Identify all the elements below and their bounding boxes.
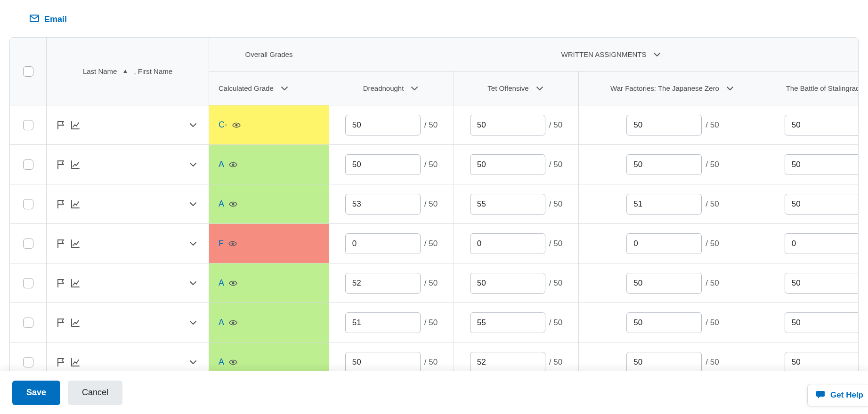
score-input[interactable]: [785, 273, 859, 294]
table-row: A/ 50/ 50/ 50/ 50: [10, 184, 859, 224]
score-input[interactable]: [345, 154, 421, 175]
flag-icon[interactable]: [55, 238, 67, 250]
chat-icon: [815, 389, 826, 402]
score-input[interactable]: [785, 312, 859, 333]
flag-icon[interactable]: [55, 317, 67, 329]
row-checkbox[interactable]: [23, 278, 33, 288]
table-row: C-/ 50/ 50/ 50/ 50: [10, 105, 859, 145]
score-denominator: / 50: [424, 279, 438, 288]
chart-icon[interactable]: [69, 277, 81, 289]
get-help-button[interactable]: Get Help: [807, 384, 868, 406]
row-checkbox[interactable]: [23, 199, 33, 209]
score-input[interactable]: [470, 352, 545, 373]
row-checkbox[interactable]: [23, 318, 33, 328]
row-menu-button[interactable]: [188, 120, 198, 130]
save-button[interactable]: Save: [12, 381, 60, 405]
name-column-header[interactable]: Last Name , First Name: [47, 38, 209, 105]
row-menu-button[interactable]: [188, 239, 198, 249]
row-checkbox[interactable]: [23, 357, 33, 367]
score-denominator: / 50: [424, 239, 438, 248]
calculated-grade-cell[interactable]: F: [209, 224, 329, 263]
score-input[interactable]: [345, 194, 421, 215]
score-input[interactable]: [470, 115, 545, 135]
row-checkbox[interactable]: [23, 120, 33, 130]
score-denominator: / 50: [549, 279, 562, 288]
score-denominator: / 50: [549, 160, 562, 169]
calculated-grade-cell[interactable]: A: [209, 145, 329, 184]
score-input[interactable]: [345, 115, 421, 135]
score-input[interactable]: [470, 233, 545, 254]
assignment-header[interactable]: Dreadnought: [329, 72, 454, 105]
row-menu-button[interactable]: [188, 159, 198, 170]
email-link[interactable]: Email: [29, 13, 67, 26]
score-denominator: / 50: [549, 239, 562, 248]
score-input[interactable]: [626, 312, 702, 333]
chart-icon[interactable]: [69, 356, 81, 368]
score-denominator: / 50: [706, 160, 719, 169]
score-input[interactable]: [470, 273, 545, 294]
score-input[interactable]: [785, 233, 859, 254]
flag-icon[interactable]: [55, 159, 67, 171]
chart-icon[interactable]: [69, 198, 81, 210]
calculated-grade-cell[interactable]: A: [209, 184, 329, 223]
grades-table: Last Name , First Name Overall Grades WR…: [9, 37, 859, 414]
score-input[interactable]: [785, 154, 859, 175]
assignment-header[interactable]: Tet Offensive: [454, 72, 578, 105]
calculated-grade-cell[interactable]: A: [209, 263, 329, 303]
calculated-grade-label: Calculated Grade: [219, 84, 274, 92]
chevron-down-icon: [409, 83, 420, 94]
cancel-button[interactable]: Cancel: [68, 381, 122, 405]
calculated-grade-header[interactable]: Calculated Grade: [209, 72, 329, 105]
score-denominator: / 50: [424, 160, 438, 169]
score-input[interactable]: [626, 194, 702, 215]
eye-icon: [229, 318, 237, 327]
name-col-lastname: Last Name: [83, 67, 117, 75]
flag-icon[interactable]: [55, 277, 67, 289]
row-menu-button[interactable]: [188, 318, 198, 328]
score-input[interactable]: [345, 233, 421, 254]
mail-icon: [29, 13, 40, 26]
select-all-checkbox[interactable]: [23, 66, 33, 77]
chevron-down-icon: [725, 83, 735, 94]
flag-icon[interactable]: [55, 356, 67, 368]
score-denominator: / 50: [549, 318, 562, 327]
score-input[interactable]: [470, 154, 545, 175]
score-input[interactable]: [626, 154, 702, 175]
assignment-header[interactable]: War Factories: The Japanese Zero: [579, 72, 767, 105]
row-checkbox[interactable]: [23, 239, 33, 249]
score-input[interactable]: [626, 273, 702, 294]
row-menu-button[interactable]: [188, 199, 198, 209]
footer-bar: Save Cancel: [0, 371, 868, 414]
score-input[interactable]: [626, 352, 702, 373]
row-menu-button[interactable]: [188, 278, 198, 288]
name-col-firstname: , First Name: [134, 67, 172, 75]
score-input[interactable]: [470, 194, 545, 215]
row-menu-button[interactable]: [188, 357, 198, 367]
score-denominator: / 50: [424, 318, 438, 327]
chart-icon[interactable]: [69, 159, 81, 171]
score-input[interactable]: [345, 312, 421, 333]
score-denominator: / 50: [424, 358, 438, 367]
row-checkbox[interactable]: [23, 159, 33, 170]
score-input[interactable]: [785, 352, 859, 373]
calculated-grade-cell[interactable]: A: [209, 303, 329, 342]
score-input[interactable]: [785, 194, 859, 215]
chart-icon[interactable]: [69, 119, 81, 131]
calculated-grade-cell[interactable]: C-: [209, 105, 329, 144]
flag-icon[interactable]: [55, 119, 67, 131]
flag-icon[interactable]: [55, 198, 67, 210]
chart-icon[interactable]: [69, 238, 81, 250]
score-input[interactable]: [626, 233, 702, 254]
eye-icon: [229, 160, 237, 169]
score-input[interactable]: [345, 273, 421, 294]
grade-letter: A: [219, 278, 224, 288]
grade-letter: F: [219, 239, 224, 248]
score-input[interactable]: [470, 312, 545, 333]
assignment-group-header[interactable]: WRITTEN ASSIGNMENTS: [329, 38, 859, 71]
score-input[interactable]: [785, 115, 859, 135]
score-input[interactable]: [345, 352, 421, 373]
score-input[interactable]: [626, 115, 702, 135]
chart-icon[interactable]: [69, 317, 81, 329]
get-help-label: Get Help: [830, 390, 863, 400]
assignment-header[interactable]: The Battle of Stalingrad: [767, 72, 859, 105]
